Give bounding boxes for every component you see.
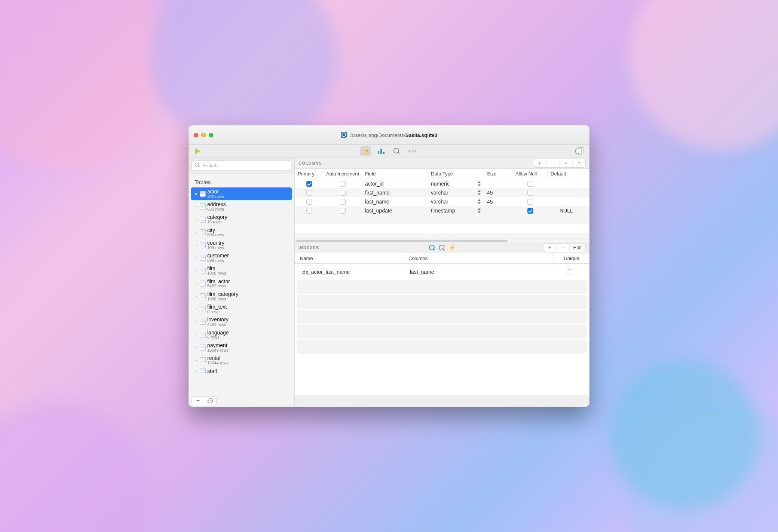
sql-view-button[interactable]: </>	[407, 146, 418, 156]
primary-checkbox[interactable]	[306, 199, 312, 205]
triggers-button[interactable]: ⚡	[448, 245, 456, 251]
disclosure-icon[interactable]: ›	[194, 346, 198, 349]
column-data-type[interactable]: varchar	[428, 190, 484, 196]
disclosure-icon[interactable]: ›	[194, 230, 198, 234]
sidebar-item-film_category[interactable]: ›film_category1000 rows	[191, 290, 292, 303]
sidebar-item-city[interactable]: ›city600 rows	[191, 226, 292, 239]
minimize-window-button[interactable]	[201, 133, 206, 137]
disclosure-icon[interactable]: ▶	[194, 192, 198, 196]
sidebar-item-staff[interactable]: ›staff	[191, 367, 292, 376]
zoom-window-button[interactable]	[209, 133, 213, 137]
column-field-name[interactable]: first_name	[362, 190, 428, 196]
disclosure-icon[interactable]: ›	[194, 369, 198, 373]
move-column-down-button[interactable]	[573, 159, 585, 167]
idx-header-name[interactable]: Name	[295, 253, 403, 263]
sidebar-item-actor[interactable]: ▶actor200 rows	[191, 187, 292, 200]
auto-increment-checkbox[interactable]	[340, 199, 346, 205]
index-columns[interactable]: last_name	[405, 269, 551, 275]
search-input[interactable]	[202, 163, 288, 168]
col-header-primary[interactable]: Primary	[295, 169, 323, 179]
sidebar-item-rental[interactable]: ›rental16044 rows	[191, 354, 292, 367]
sidebar-item-address[interactable]: ›address603 rows	[191, 200, 292, 213]
column-row[interactable]: last_namevarchar45	[295, 197, 589, 206]
auto-increment-checkbox[interactable]	[340, 190, 346, 196]
primary-checkbox[interactable]	[306, 208, 312, 214]
tables-list[interactable]: ▶actor200 rows›address603 rows›category1…	[189, 187, 294, 394]
move-column-up-button[interactable]	[560, 159, 572, 167]
col-header-default[interactable]: Default	[548, 169, 585, 179]
disclosure-icon[interactable]: ›	[194, 218, 198, 221]
allow-null-checkbox[interactable]	[527, 190, 533, 196]
edit-index-button[interactable]: Edit	[570, 244, 585, 252]
column-default[interactable]: NULL	[548, 208, 585, 214]
col-header-auto-increment[interactable]: Auto Increment	[323, 169, 362, 179]
primary-checkbox[interactable]	[306, 190, 312, 196]
sidebar-more-button[interactable]: •••	[204, 397, 216, 405]
column-row[interactable]: first_namevarchar45	[295, 188, 589, 197]
disclosure-icon[interactable]: ›	[194, 243, 198, 247]
disclosure-icon[interactable]: ›	[194, 320, 198, 324]
column-field-name[interactable]: last_name	[362, 199, 428, 205]
col-header-data-type[interactable]: Data Type	[428, 169, 484, 179]
disclosure-icon[interactable]: ›	[194, 307, 198, 311]
remove-index-button[interactable]: －	[557, 244, 569, 252]
auto-increment-checkbox[interactable]	[340, 181, 346, 187]
auto-increment-checkbox[interactable]	[340, 208, 346, 214]
disclosure-icon[interactable]: ›	[194, 294, 198, 298]
allow-null-checkbox[interactable]	[527, 181, 533, 187]
sidebar-item-inventory[interactable]: ›inventory4581 rows	[191, 315, 292, 328]
index-unique-checkbox[interactable]	[567, 269, 572, 275]
stepper-icon[interactable]	[477, 199, 481, 204]
sidebar-item-category[interactable]: ›category16 rows	[191, 213, 292, 226]
primary-checkbox[interactable]	[306, 181, 312, 187]
run-query-button[interactable]	[192, 146, 203, 156]
disclosure-icon[interactable]: ›	[194, 333, 198, 337]
idx-header-unique[interactable]: Unique	[554, 253, 589, 263]
disclosure-icon[interactable]: ›	[194, 358, 198, 362]
sidebar-item-film_actor[interactable]: ›film_actor5462 rows	[191, 277, 292, 290]
disclosure-icon[interactable]: ›	[194, 269, 198, 273]
stepper-icon[interactable]	[477, 208, 481, 213]
search-box[interactable]	[192, 160, 291, 170]
remove-column-button[interactable]: －	[546, 159, 559, 167]
add-index-button[interactable]: ＋	[543, 244, 556, 252]
index-row[interactable]: idx_actor_last_namelast_name	[297, 265, 587, 279]
disclosure-icon[interactable]: ›	[194, 256, 198, 260]
column-row[interactable]: actor_idnumeric	[295, 179, 589, 188]
column-data-type[interactable]: varchar	[428, 199, 484, 205]
sidebar-item-language[interactable]: ›language6 rows	[191, 328, 292, 341]
column-row[interactable]: last_updatetimestampNULL	[295, 206, 589, 215]
add-column-button[interactable]: ＋	[533, 159, 546, 167]
allow-null-checkbox[interactable]	[527, 199, 533, 205]
structure-view-button[interactable]	[360, 146, 371, 156]
stepper-icon[interactable]	[477, 190, 481, 195]
sidebar-item-payment[interactable]: ›payment16049 rows	[191, 341, 292, 354]
sidebar-item-country[interactable]: ›country109 rows	[191, 239, 292, 251]
idx-header-columns[interactable]: Columns	[403, 253, 554, 263]
query-view-button[interactable]	[391, 146, 402, 156]
stepper-icon[interactable]	[477, 181, 481, 186]
column-field-name[interactable]: actor_id	[362, 181, 428, 187]
col-header-field[interactable]: Field	[362, 169, 428, 179]
index-name[interactable]: idx_actor_last_name	[297, 269, 405, 275]
sidebar-item-film[interactable]: ›film1000 rows	[191, 264, 292, 277]
allow-null-checkbox[interactable]	[527, 208, 533, 214]
col-header-size[interactable]: Size	[484, 169, 512, 179]
disclosure-icon[interactable]: ›	[194, 282, 198, 285]
column-size[interactable]: 45	[484, 190, 512, 196]
content-view-button[interactable]	[376, 146, 387, 156]
empty-row	[295, 224, 589, 233]
col-header-allow-null[interactable]: Allow Null	[512, 169, 548, 179]
sidebar-item-film_text[interactable]: ›film_text0 rows	[191, 303, 292, 315]
disclosure-icon[interactable]: ›	[194, 205, 198, 208]
column-data-type[interactable]: timestamp	[428, 208, 484, 214]
column-field-name[interactable]: last_update	[362, 208, 428, 214]
add-table-button[interactable]: ＋	[192, 397, 204, 405]
columns-horizontal-scrollbar[interactable]	[295, 239, 589, 242]
column-size[interactable]: 45	[484, 199, 512, 205]
table-name: customer	[207, 253, 229, 259]
close-window-button[interactable]	[194, 133, 198, 137]
sidebar-item-customer[interactable]: ›customer599 rows	[191, 251, 292, 264]
refresh-button[interactable]	[574, 146, 586, 156]
column-data-type[interactable]: numeric	[428, 181, 484, 187]
